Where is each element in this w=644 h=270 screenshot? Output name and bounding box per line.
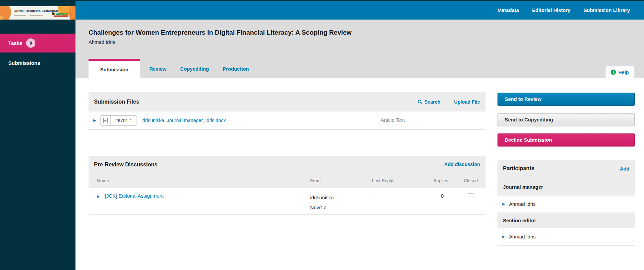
info-icon: i: [611, 70, 616, 75]
submission-files-title: Submission Files: [94, 99, 139, 105]
column-header-name: Name: [97, 178, 109, 183]
submission-files-panel: Submission Files Search Upload File ▶: [89, 92, 485, 130]
sidebar: Jurnal Cendekia Keuangan UNISKA Tasks 0 …: [0, 0, 75, 270]
file-name-link[interactable]: idrisuniska, Journal manager, Idris.docx: [141, 118, 226, 123]
tab-review[interactable]: Review: [145, 59, 171, 78]
participants-header: Participants Add: [497, 160, 635, 178]
participant-row: ▶ Ahmad Idris: [497, 196, 635, 213]
file-id-chip: w 26701-1: [100, 115, 137, 126]
tasks-count-badge: 0: [26, 38, 35, 48]
participant-role-journal-manager: Journal manager: [497, 178, 635, 196]
discussion-from-date: Nov/17: [310, 205, 326, 210]
participants-panel: Participants Add Journal manager ▶ Ahmad…: [497, 160, 635, 246]
workflow-tabs: Submission Review Copyediting Production: [89, 59, 253, 78]
participant-name: Ahmad Idris: [509, 234, 536, 239]
word-document-icon: w: [103, 118, 108, 123]
journal-banner[interactable]: Jurnal Cendekia Keuangan UNISKA: [0, 6, 75, 20]
top-border: [0, 0, 644, 1]
expand-participant-icon[interactable]: ▶: [502, 202, 505, 206]
upload-file-label: Upload File: [454, 99, 480, 105]
help-label: Help: [618, 70, 629, 75]
discussions-header: Pre-Review Discussions Add discussion Na…: [89, 156, 485, 188]
discussion-last-reply: -: [372, 193, 374, 199]
uniska-decor-bar: [54, 15, 68, 17]
column-header-closed: Closed: [464, 178, 478, 183]
column-header-last-reply: Last Reply: [372, 178, 393, 183]
sidebar-item-tasks[interactable]: Tasks 0: [0, 34, 75, 52]
file-id: 26701-1: [111, 116, 137, 125]
submission-header: Challenges for Women Entrepreneurs in Di…: [75, 20, 644, 78]
uniska-emblem-icon: [52, 12, 55, 15]
tab-submission[interactable]: Submission: [89, 59, 140, 78]
submission-files-header: Submission Files Search Upload File: [89, 92, 485, 111]
discussion-from: idrisuniska Nov/17: [310, 193, 334, 213]
tab-copyediting[interactable]: Copyediting: [176, 59, 213, 78]
ojs-workflow-screen: Jurnal Cendekia Keuangan UNISKA Tasks 0 …: [0, 0, 644, 270]
submission-authors: Ahmad Idris: [89, 39, 115, 45]
tab-production[interactable]: Production: [218, 59, 254, 78]
top-navigation-bar: Metadata Editorial History Submission Li…: [75, 1, 644, 20]
journal-name: Jurnal Cendekia Keuangan: [14, 9, 58, 13]
discussion-replies-count: 0: [437, 193, 447, 199]
expand-file-icon[interactable]: ▶: [93, 119, 96, 122]
sidebar-item-submissions[interactable]: Submissions: [0, 58, 75, 67]
send-to-review-button[interactable]: Send to Review: [497, 93, 635, 106]
search-label: Search: [424, 99, 441, 105]
send-to-copyediting-button[interactable]: Send to Copyediting: [497, 113, 635, 126]
participant-role-section-editor: Section editor: [497, 213, 635, 228]
participant-row: ▶ Ahmad Idris: [497, 228, 635, 245]
nav-submission-library[interactable]: Submission Library: [584, 8, 630, 13]
search-button[interactable]: Search: [418, 99, 441, 105]
help-button[interactable]: i Help: [606, 66, 634, 78]
expand-participant-icon[interactable]: ▶: [502, 235, 505, 238]
discussion-closed-checkbox[interactable]: [468, 193, 474, 199]
participant-name: Ahmad Idris: [509, 201, 536, 207]
add-discussion-button[interactable]: Add discussion: [444, 162, 480, 167]
submissions-label: Submissions: [8, 60, 40, 66]
banner-issn-text: [14, 15, 26, 16]
expand-discussion-icon[interactable]: ▶: [97, 195, 100, 198]
pre-review-discussions-panel: Pre-Review Discussions Add discussion Na…: [89, 156, 485, 215]
participants-title: Participants: [503, 165, 535, 172]
tasks-label: Tasks: [8, 40, 22, 46]
uniska-logo: UNISKA: [52, 12, 68, 15]
search-icon: [418, 99, 422, 104]
banner-issn-text: [30, 15, 43, 16]
decline-submission-button[interactable]: Decline Submission: [497, 133, 635, 146]
file-genre-label: Article Text: [380, 117, 405, 123]
page-title: Challenges for Women Entrepreneurs in Di…: [89, 29, 352, 36]
discussions-title: Pre-Review Discussions: [94, 162, 157, 168]
discussion-from-user: idrisuniska: [310, 195, 334, 200]
nav-metadata[interactable]: Metadata: [497, 8, 519, 13]
column-header-from: From: [310, 178, 320, 183]
banner-decor-circle: [69, 6, 75, 20]
discussion-name-link[interactable]: [JCK] Editorial Assignment: [105, 193, 164, 199]
nav-editorial-history[interactable]: Editorial History: [532, 8, 571, 13]
add-participant-button[interactable]: Add: [620, 166, 629, 172]
upload-file-button[interactable]: Upload File: [454, 99, 480, 105]
uniska-text: UNISKA: [56, 12, 68, 15]
discussion-row: ▶ [JCK] Editorial Assignment idrisuniska…: [89, 188, 485, 214]
column-header-replies: Replies: [433, 178, 448, 183]
file-row: ▶ w 26701-1 idrisuniska, Journal manager…: [89, 111, 485, 130]
